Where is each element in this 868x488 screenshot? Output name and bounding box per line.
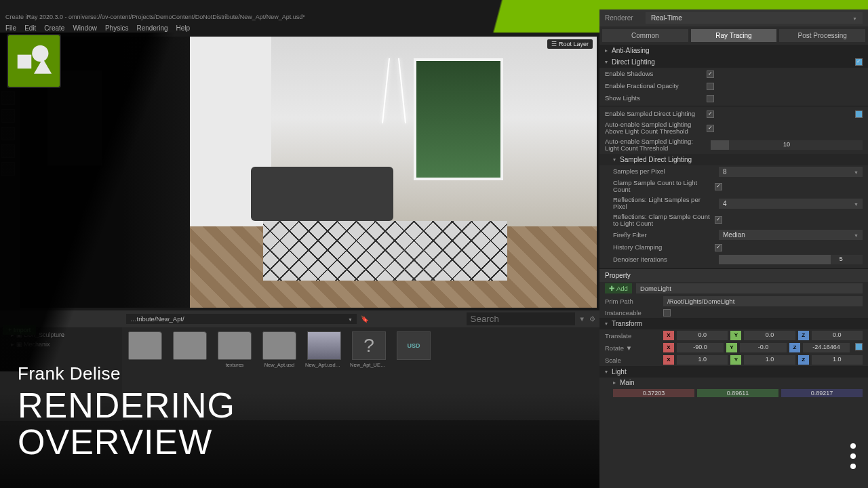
folder-icon <box>218 331 252 360</box>
direct-lighting-toggle[interactable] <box>855 58 863 66</box>
file-item[interactable] <box>126 331 164 362</box>
refl-light-samples-select[interactable]: 4 <box>719 199 863 209</box>
file-item[interactable]: ?New_Apt_UE4.usd <box>350 331 388 368</box>
left-toolbar <box>1 92 18 176</box>
renderer-mode-select[interactable]: Real-Time <box>646 12 863 24</box>
svg-rect-0 <box>18 55 32 69</box>
window-title: Create iRay 2020.3.0 - omniverse://ov-co… <box>5 14 305 20</box>
sampled-direct-override[interactable] <box>855 110 863 118</box>
auto-enable-sampled-check[interactable] <box>707 125 714 132</box>
menu-rendering[interactable]: Rendering <box>136 24 167 32</box>
instanceable-check[interactable] <box>663 309 671 317</box>
light-count-threshold-slider[interactable]: 10 <box>711 140 863 150</box>
light-color[interactable]: 0.37203 0.89611 0.89217 <box>613 389 863 397</box>
layer-badge[interactable]: ☰ Root Layer <box>547 39 593 49</box>
tool-scale-icon[interactable] <box>1 144 15 158</box>
menu-window[interactable]: Window <box>73 24 97 32</box>
translate-xyz[interactable]: X0.0Y0.0Z0.0 <box>663 331 863 340</box>
svg-point-1 <box>32 45 48 62</box>
tab-common[interactable]: Common <box>602 29 688 42</box>
property-panel: Property ✚Add DomeLight Prim Path/Root/L… <box>599 268 868 399</box>
kebab-menu-icon[interactable] <box>850 443 856 469</box>
search-input[interactable] <box>467 312 575 325</box>
folder-icon <box>128 331 162 360</box>
section-transform[interactable]: ▾Transform <box>599 318 868 329</box>
gear-icon[interactable]: ⚙ <box>589 315 595 323</box>
tree-item[interactable]: ▸ ▣ Mechanix <box>3 340 119 349</box>
enable-shadows-check[interactable] <box>707 70 714 78</box>
firefly-filter-select[interactable]: Median <box>719 230 863 240</box>
plus-icon: ✚ <box>609 285 614 292</box>
layers-icon: ☰ <box>551 41 559 47</box>
section-sampled-direct[interactable]: ▾Sampled Direct Lighting <box>599 154 868 165</box>
renderer-tabs: Common Ray Tracing Post Processing <box>599 26 868 45</box>
author-name: Frank Delise <box>18 363 235 384</box>
property-header: Property <box>599 269 868 282</box>
menu-file[interactable]: File <box>5 24 16 32</box>
viewport[interactable]: ☰ Root Layer <box>190 37 597 308</box>
show-lights-check[interactable] <box>707 95 714 102</box>
bookmark-icon[interactable]: 🔖 <box>361 315 369 323</box>
clamp-sample-count-check[interactable] <box>715 183 722 190</box>
file-item[interactable]: New_Apt.usd_omn_ned... <box>305 331 343 368</box>
app-logo <box>7 34 61 88</box>
refl-clamp-check[interactable] <box>715 216 722 224</box>
section-anti-aliasing[interactable]: ▸Anti-Aliasing <box>599 45 868 56</box>
path-field[interactable]: …tribute/New_Apt/ <box>126 314 357 324</box>
add-button[interactable]: ✚Add <box>605 283 632 293</box>
file-item[interactable] <box>171 331 209 362</box>
file-item[interactable]: USD <box>395 331 433 362</box>
folder-icon <box>262 331 296 360</box>
prim-path-field[interactable]: /Root/Lights/DomeLight <box>663 296 863 306</box>
file-item[interactable]: New_Apt.usd <box>260 331 298 368</box>
scene-thumb-icon <box>307 331 341 360</box>
tool-rotate-icon[interactable] <box>1 127 15 140</box>
question-icon: ? <box>352 331 386 360</box>
samples-per-pixel-select[interactable]: 8 <box>719 167 863 177</box>
menu-physics[interactable]: Physics <box>105 24 128 32</box>
history-clamping-check[interactable] <box>715 244 722 251</box>
sampled-direct-check[interactable] <box>707 110 714 118</box>
fractional-opacity-check[interactable] <box>707 83 714 90</box>
render-scene <box>190 37 597 308</box>
menubar: File Edit Create Window Physics Renderin… <box>5 24 190 32</box>
overlay-caption: Frank Delise RENDERINGOVERVIEW <box>18 363 235 461</box>
tool-select-icon[interactable] <box>1 92 15 105</box>
property-name-field[interactable]: DomeLight <box>636 283 863 293</box>
tool-move-icon[interactable] <box>1 109 15 123</box>
rotate-xyz[interactable]: X-90.0Y-0.0Z-24.16464 <box>663 343 863 352</box>
renderer-label: Renderer <box>605 14 646 22</box>
folder-icon <box>173 331 207 360</box>
usd-icon: USD <box>397 331 431 360</box>
tab-ray-tracing[interactable]: Ray Tracing <box>691 29 777 42</box>
rotate-reset[interactable] <box>855 343 863 350</box>
section-light[interactable]: ▾Light <box>599 366 868 378</box>
denoiser-iterations-slider[interactable]: 5 <box>719 255 863 264</box>
section-direct-lighting[interactable]: ▾Direct Lighting <box>599 56 868 68</box>
tab-post-processing[interactable]: Post Processing <box>779 29 865 42</box>
scale-xyz[interactable]: X1.0Y1.0Z1.0 <box>663 355 863 365</box>
filter-icon[interactable]: ▼ <box>579 315 585 323</box>
import-button[interactable]: + Import <box>3 325 36 335</box>
menu-help[interactable]: Help <box>176 24 191 32</box>
tool-snap-icon[interactable] <box>1 162 15 176</box>
right-panel: Renderer Real-Time Common Ray Tracing Po… <box>599 9 868 488</box>
video-title: RENDERINGOVERVIEW <box>18 387 235 461</box>
menu-edit[interactable]: Edit <box>24 24 36 32</box>
menu-create[interactable]: Create <box>44 24 64 32</box>
